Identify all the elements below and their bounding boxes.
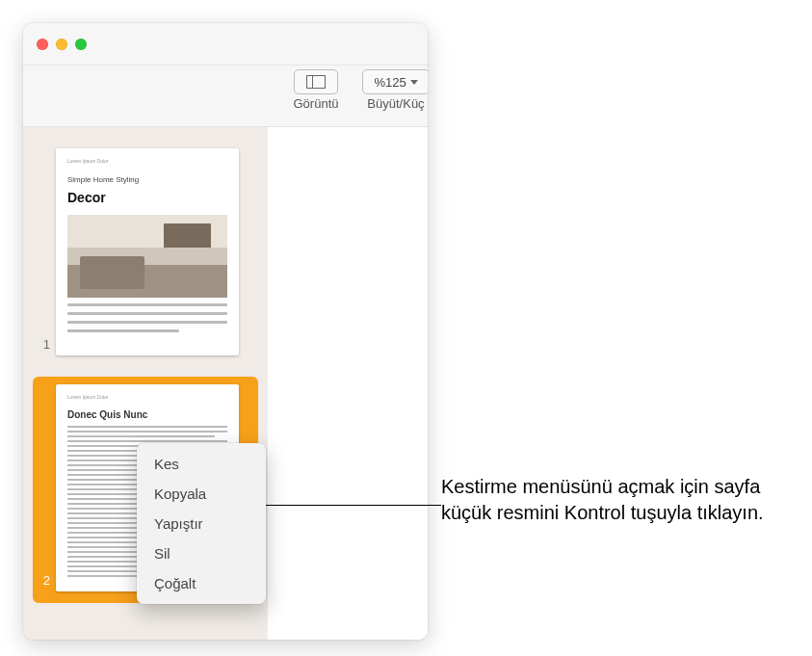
page-thumbnail-1[interactable]: 1 Lorem Ipsum Dolor Simple Home Styling … bbox=[33, 141, 258, 367]
zoom-button[interactable]: %125 Büyüt/Küç bbox=[364, 69, 428, 111]
thumb-text-line bbox=[67, 303, 227, 306]
thumb-image-placeholder bbox=[67, 215, 227, 298]
menu-item-duplicate[interactable]: Çoğalt bbox=[137, 568, 266, 598]
window-controls bbox=[37, 39, 87, 50]
view-icon bbox=[294, 69, 338, 94]
thumb-text-line bbox=[67, 321, 227, 324]
page-number: 1 bbox=[39, 337, 50, 355]
thumb-title: Decor bbox=[67, 190, 227, 205]
zoom-value: %125 bbox=[374, 75, 406, 90]
callout-leader-line bbox=[245, 505, 441, 506]
thumb-header: Lorem Ipsum Dolor bbox=[67, 394, 227, 400]
maximize-window-button[interactable] bbox=[75, 39, 87, 50]
close-window-button[interactable] bbox=[37, 39, 48, 50]
sidebar-layout-icon bbox=[306, 75, 326, 89]
menu-item-paste[interactable]: Yapıştır bbox=[137, 509, 266, 538]
menu-item-copy[interactable]: Kopyala bbox=[137, 479, 266, 509]
app-window: Görüntü %125 Büyüt/Küç 1 Lorem Ipsum Dol… bbox=[23, 23, 428, 640]
zoom-button-label: Büyüt/Küç bbox=[367, 96, 424, 111]
titlebar bbox=[23, 23, 428, 66]
thumb-header: Lorem Ipsum Dolor bbox=[67, 158, 227, 164]
document-canvas[interactable] bbox=[268, 127, 428, 640]
thumb-title: Donec Quis Nunc bbox=[67, 409, 227, 420]
thumb-subtitle: Simple Home Styling bbox=[67, 175, 227, 184]
menu-item-delete[interactable]: Sil bbox=[137, 538, 266, 568]
thumb-text-line bbox=[67, 329, 179, 332]
menu-item-cut[interactable]: Kes bbox=[137, 449, 266, 479]
chevron-down-icon bbox=[410, 80, 418, 85]
view-button-label: Görüntü bbox=[294, 96, 339, 111]
toolbar: Görüntü %125 Büyüt/Küç bbox=[23, 66, 428, 127]
thumbnail-preview: Lorem Ipsum Dolor Simple Home Styling De… bbox=[56, 148, 239, 355]
context-menu: Kes Kopyala Yapıştır Sil Çoğalt bbox=[137, 443, 266, 604]
minimize-window-button[interactable] bbox=[56, 39, 67, 50]
view-button[interactable]: Görüntü bbox=[287, 69, 345, 111]
callout-text: Kestirme menüsünü açmak için sayfa küçük… bbox=[441, 474, 788, 526]
page-number: 2 bbox=[39, 573, 50, 591]
thumb-text-line bbox=[67, 312, 227, 315]
zoom-dropdown[interactable]: %125 bbox=[362, 69, 428, 94]
